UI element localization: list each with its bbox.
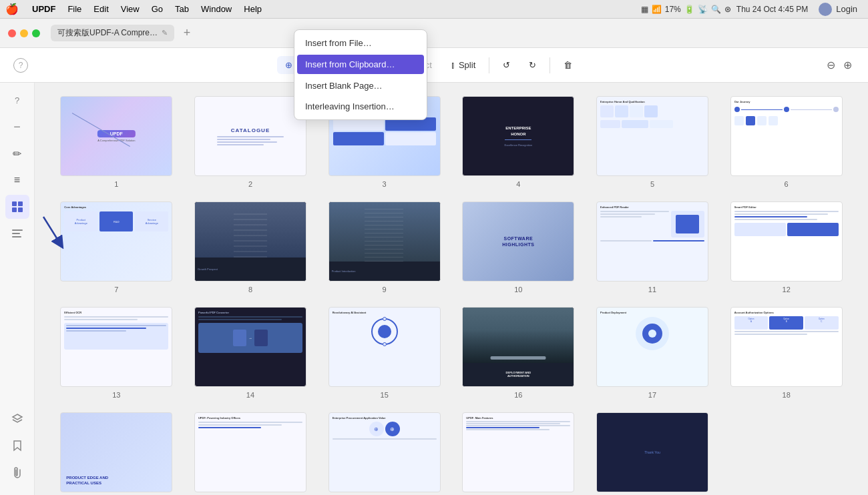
page-thumb-8[interactable]: Growth Prospect <box>194 201 306 282</box>
page-number-17: 17 <box>648 391 656 399</box>
page-item-19[interactable]: PRODUCT EDGE ANDPRACTICAL USES 19 <box>55 412 178 495</box>
sidebar-icon-layers[interactable] <box>5 407 29 431</box>
pages-container[interactable]: UPDF A Comprehensive PDF Solution 1 CATA… <box>35 83 868 495</box>
sidebar-icon-annotation[interactable]: ✏ <box>5 141 29 165</box>
page-thumb-7[interactable]: Core Advantages ProductAdvantage R&D Ser… <box>60 201 172 282</box>
page-thumb-5[interactable]: Enterprise Honor And Qualification <box>596 96 708 176</box>
current-tab[interactable]: 可搜索版UPDF-A Compre… ✎ <box>51 25 174 41</box>
page-thumb-1[interactable]: UPDF A Comprehensive PDF Solution <box>60 96 172 176</box>
page-item-14[interactable]: Powerful PDF Converter → <box>189 307 312 399</box>
page-item-13[interactable]: Efficient OCR 13 <box>55 307 178 399</box>
rotate-left-button[interactable]: ↺ <box>495 56 518 74</box>
page-thumb-11[interactable]: Enhanced PDF Reader <box>596 201 708 282</box>
page-thumb-21[interactable]: Enterprise Procurement Application Value… <box>329 412 441 492</box>
page-item-23[interactable]: Thank You 23 <box>591 412 714 495</box>
page-item-8[interactable]: Growth Prospect 8 <box>189 201 312 294</box>
insert-icon: ⊕ <box>285 60 292 70</box>
interleaving-insertion-item[interactable]: Interleaving Insertion… <box>294 96 427 117</box>
split-icon: ⫿ <box>451 60 455 70</box>
page-number-12: 12 <box>783 286 791 294</box>
sidebar-icon-layout[interactable]: ≡ <box>5 168 29 192</box>
menubar-go[interactable]: Go <box>146 3 168 15</box>
insert-blank-page-item[interactable]: Insert Blank Page… <box>294 75 427 96</box>
page-item-12[interactable]: Smart PDF Editor <box>724 201 848 294</box>
split-button[interactable]: ⫿ Split <box>443 56 483 74</box>
sidebar-icon-minus[interactable]: − <box>5 115 29 139</box>
page-item-6[interactable]: Our Journey <box>724 96 848 188</box>
menubar-view[interactable]: View <box>116 3 145 15</box>
svg-rect-6 <box>12 236 21 237</box>
page-item-4[interactable]: ENTERPRISE HONOR Excellence Recognition … <box>457 96 580 188</box>
svg-rect-5 <box>12 233 20 234</box>
sidebar-icon-pages[interactable]: ? <box>5 88 29 112</box>
login-button[interactable]: Login <box>813 0 863 19</box>
insert-from-file-item[interactable]: Insert from File… <box>294 33 427 53</box>
page-item-11[interactable]: Enhanced PDF Reader <box>591 201 714 294</box>
menubar-app[interactable]: UPDF <box>27 3 61 15</box>
page-thumb-18[interactable]: Account Authorization Options OptionA Op… <box>730 307 843 387</box>
menu-icon-2: 📶 <box>652 5 662 14</box>
page-item-5[interactable]: Enterprise Honor And Qualification <box>591 96 714 188</box>
page-item-1[interactable]: UPDF A Comprehensive PDF Solution 1 <box>55 96 178 188</box>
delete-button[interactable]: 🗑 <box>556 56 580 74</box>
page-item-15[interactable]: Revolutionary AI Assistant 15 <box>322 307 446 399</box>
page-thumb-22[interactable]: UPDF: Main Features <box>462 412 574 492</box>
sidebar-icon-thumbnail[interactable] <box>5 195 29 219</box>
tab-edit-icon[interactable]: ✎ <box>162 29 168 37</box>
maximize-window-button[interactable] <box>32 29 40 37</box>
zoom-in-button[interactable]: ⊕ <box>841 56 855 74</box>
page-thumb-2[interactable]: CATALOGUE <box>194 96 306 176</box>
control-center-icon[interactable]: ⊛ <box>724 5 731 14</box>
rotate-right-button[interactable]: ↻ <box>521 56 544 74</box>
page-number-13: 13 <box>112 391 120 399</box>
page-item-22[interactable]: UPDF: Main Features 22 <box>457 412 580 495</box>
menubar-edit[interactable]: Edit <box>88 3 114 15</box>
page-thumb-15[interactable]: Revolutionary AI Assistant <box>329 307 441 387</box>
page-thumb-19[interactable]: PRODUCT EDGE ANDPRACTICAL USES <box>60 412 172 492</box>
minimize-window-button[interactable] <box>20 29 28 37</box>
sidebar-icon-edit[interactable] <box>5 221 29 245</box>
sidebar-icon-bookmark[interactable] <box>5 434 29 458</box>
toolbar-divider-2 <box>550 57 550 73</box>
menubar-help[interactable]: Help <box>238 3 267 15</box>
page-thumb-17[interactable]: Product Deployment <box>596 307 708 387</box>
page-thumb-12[interactable]: Smart PDF Editor <box>730 201 843 282</box>
page-number-5: 5 <box>650 180 654 188</box>
page-thumb-16[interactable]: DEPLOYMENT AND AUTHORIZATION <box>462 307 574 387</box>
page-thumb-9[interactable]: Product Introduction <box>329 201 441 282</box>
close-window-button[interactable] <box>8 29 16 37</box>
page-item-18[interactable]: Account Authorization Options OptionA Op… <box>724 307 848 399</box>
page-item-9[interactable]: Product Introduction 9 <box>322 201 446 294</box>
search-menubar-icon[interactable]: 🔍 <box>711 5 721 14</box>
new-tab-button[interactable]: + <box>180 26 194 41</box>
page-item-21[interactable]: Enterprise Procurement Application Value… <box>322 412 446 495</box>
page-item-17[interactable]: Product Deployment 17 <box>591 307 714 399</box>
page-item-7[interactable]: Core Advantages ProductAdvantage R&D Ser… <box>55 201 178 294</box>
page-thumb-20[interactable]: UPDF: Powering Industry Offices <box>194 412 306 492</box>
page-number-7: 7 <box>114 286 118 294</box>
menubar-tab[interactable]: Tab <box>170 3 194 15</box>
page-number-11: 11 <box>648 286 656 294</box>
page-thumb-13[interactable]: Efficient OCR <box>60 307 172 387</box>
menubar-window[interactable]: Window <box>196 3 237 15</box>
rotate-left-icon: ↺ <box>503 60 510 70</box>
page-item-16[interactable]: DEPLOYMENT AND AUTHORIZATION 16 <box>457 307 580 399</box>
page-number-10: 10 <box>514 286 522 294</box>
insert-from-clipboard-item[interactable]: Insert from Clipboard… <box>297 55 424 74</box>
page-item-20[interactable]: UPDF: Powering Industry Offices 20 <box>189 412 312 495</box>
page-number-16: 16 <box>514 391 522 399</box>
page-thumb-14[interactable]: Powerful PDF Converter → <box>194 307 306 387</box>
page-thumb-10[interactable]: SOFTWARE HIGHLIGHTS <box>462 201 574 282</box>
page-thumb-23[interactable]: Thank You <box>596 412 708 492</box>
page-thumb-4[interactable]: ENTERPRISE HONOR Excellence Recognition <box>462 96 574 176</box>
page-thumb-6[interactable]: Our Journey <box>730 96 843 176</box>
zoom-out-button[interactable]: ⊖ <box>824 56 838 74</box>
help-button[interactable]: ? <box>13 58 28 73</box>
page-number-4: 4 <box>516 180 520 188</box>
menubar-file[interactable]: File <box>62 3 87 15</box>
sidebar-icon-attach[interactable] <box>5 460 29 484</box>
apple-icon[interactable]: 🍎 <box>5 3 19 15</box>
toolbar-divider-1 <box>489 57 489 73</box>
menubar-icons-area: ▦ 📶 17% 🔋 📡 🔍 ⊛ <box>641 5 731 14</box>
page-item-10[interactable]: SOFTWARE HIGHLIGHTS 10 <box>457 201 580 294</box>
